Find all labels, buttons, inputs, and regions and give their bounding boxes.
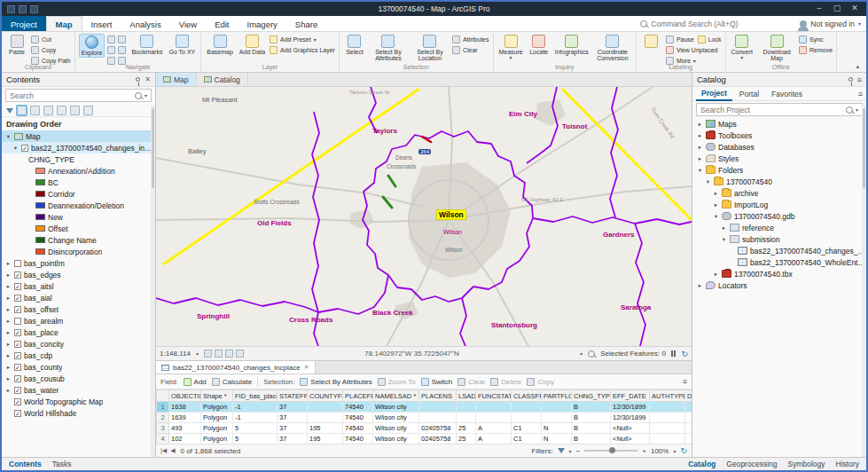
ribbon-tab-edit[interactable]: Edit	[206, 16, 238, 31]
layer-checkbox[interactable]: ✓	[21, 145, 28, 152]
expand-arrow-icon[interactable]: ▾	[697, 167, 703, 174]
table-cell[interactable]	[650, 423, 685, 434]
dock-tab-history[interactable]: History	[836, 460, 859, 468]
table-cell[interactable]: 195	[308, 434, 343, 444]
ribbon-tab-imagery[interactable]: Imagery	[239, 16, 286, 31]
expand-arrow-icon[interactable]: ▾	[721, 236, 727, 243]
add-graphics-layer-button[interactable]: Add Graphics Layer	[270, 45, 335, 54]
expand-arrow-icon[interactable]: ▸	[697, 121, 703, 128]
table-cell[interactable]: 02405758	[419, 434, 457, 444]
layer-checkbox[interactable]: ✓	[14, 295, 21, 302]
contents-search-input[interactable]	[10, 91, 132, 100]
dock-tab-catalog[interactable]: Catalog	[688, 460, 716, 468]
table-cell[interactable]: B	[572, 423, 611, 434]
catalog-tab-portal[interactable]: Portal	[734, 88, 764, 100]
layer-row[interactable]: ✓World Hillshade	[2, 407, 155, 419]
coordinate-conversion-button[interactable]: Coordinate Conversion	[593, 34, 632, 63]
expand-arrow-icon[interactable]: ▸	[5, 352, 12, 359]
column-header[interactable]: COUNTYFP *	[308, 390, 343, 402]
catalog-item[interactable]: bas22_13700074540_changes_incplace	[692, 245, 866, 256]
table-cell[interactable]: 37	[278, 434, 308, 444]
row-selector[interactable]: 4	[157, 434, 169, 444]
table-cell[interactable]: 37	[278, 413, 308, 423]
table-cell[interactable]: 37	[278, 423, 308, 434]
layer-map[interactable]: ▾ Map	[2, 130, 155, 142]
view-unplaced-button[interactable]: View Unplaced	[666, 45, 722, 54]
table-row[interactable]: 11638Polygon-13774540Wilson cityB12/30/1…	[157, 402, 692, 413]
download-map-button[interactable]: Download Map	[757, 34, 796, 63]
catalog-item[interactable]: ▸Styles	[692, 153, 866, 164]
zoom-slider[interactable]	[584, 450, 637, 452]
filter-icon[interactable]	[558, 448, 565, 453]
list-by-labeling-icon[interactable]	[83, 106, 93, 115]
table-row[interactable]: 21639Polygon-13774540Wilson cityB12/30/1…	[157, 413, 692, 423]
expand-arrow-icon[interactable]: ▸	[5, 260, 12, 267]
first-record-icon[interactable]: |◀	[160, 447, 167, 454]
redo-icon[interactable]	[30, 5, 38, 13]
list-by-drawing-order-icon[interactable]	[17, 106, 27, 115]
row-selector-header[interactable]	[157, 390, 169, 402]
dock-tab-symbology[interactable]: Symbology	[787, 460, 825, 468]
layer-row[interactable]: ▸✓bas_edges	[2, 269, 155, 280]
fixed-zoom-in-icon[interactable]	[118, 35, 126, 43]
layer-row[interactable]: ▸✓bas_place	[2, 326, 155, 338]
legend-item[interactable]: Deannexation/Deletion	[2, 200, 155, 211]
catalog-item[interactable]: ▸ImportLog	[692, 199, 866, 210]
table-cell[interactable]: <Null>	[611, 434, 650, 444]
chevron-down-icon[interactable]: ▾	[580, 350, 583, 357]
expand-arrow-icon[interactable]: ▸	[697, 155, 703, 162]
command-search-input[interactable]	[651, 20, 775, 28]
table-cell[interactable]: 12/30/1899	[611, 413, 650, 423]
dock-tab-contents[interactable]: Contents	[9, 460, 42, 468]
layer-row[interactable]: ▸✓bas_cousub	[2, 373, 155, 384]
layer-row[interactable]: ▸✓bas_aial	[2, 292, 155, 303]
table-cell[interactable]	[457, 402, 476, 413]
catalog-search-input[interactable]	[700, 106, 843, 114]
table-cell[interactable]: B	[572, 402, 611, 413]
table-cell[interactable]: 1639	[169, 413, 201, 423]
row-selector[interactable]: 3	[157, 423, 169, 434]
clear-selection-button[interactable]: Clear	[457, 378, 485, 386]
basemap-button[interactable]: Basemap	[205, 34, 235, 56]
select-button[interactable]: Select	[343, 34, 366, 56]
table-cell[interactable]: 493	[169, 423, 201, 434]
add-data-button[interactable]: Add Data	[238, 34, 267, 56]
table-cell[interactable]: C1	[512, 423, 542, 434]
column-header[interactable]: FUNCSTAT	[476, 390, 512, 402]
calculate-field-button[interactable]: Calculate	[212, 378, 252, 386]
legend-item[interactable]: Corridor	[2, 188, 155, 200]
column-header[interactable]: PLACENS	[419, 390, 457, 402]
catalog-item[interactable]: ▸Locators	[692, 279, 866, 291]
column-header[interactable]: LSAD	[457, 390, 476, 402]
column-header[interactable]: PLACEFP *	[343, 390, 373, 402]
expand-arrow-icon[interactable]: ▸	[713, 201, 719, 208]
legend-item[interactable]: Disincorporation	[2, 246, 155, 257]
refresh-icon[interactable]: ↻	[680, 446, 687, 455]
table-cell[interactable]	[457, 413, 476, 423]
feedback-icon[interactable]	[236, 350, 244, 358]
catalog-item[interactable]: bas22_13700074540_WholeEntity_incplace	[692, 256, 866, 268]
table-cell[interactable]: Wilson city	[373, 423, 419, 434]
map-coordinates[interactable]: 78.1402972°W 35.7225047°N	[249, 350, 575, 358]
table-cell[interactable]	[542, 402, 572, 413]
zoom-percent[interactable]: 100%	[651, 447, 669, 455]
layer-row[interactable]: ▸bas_arealm	[2, 315, 155, 326]
cut-button[interactable]: Cut	[31, 35, 71, 43]
layer-checkbox[interactable]: ✓	[14, 410, 21, 417]
table-cell[interactable]	[476, 413, 512, 423]
table-cell[interactable]: 12/30/1899	[611, 402, 650, 413]
table-cell[interactable]: Polygon	[201, 423, 233, 434]
table-cell[interactable]: 5	[233, 434, 278, 444]
ribbon-tab-analysis[interactable]: Analysis	[121, 16, 169, 31]
catalog-item[interactable]: ▸archive	[692, 187, 866, 199]
row-selector[interactable]: 2	[157, 413, 169, 423]
catalog-item[interactable]: ▾Folders	[692, 164, 866, 176]
table-cell[interactable]	[308, 413, 343, 423]
close-button[interactable]: ✕	[847, 3, 863, 15]
table-cell[interactable]: -1	[233, 413, 278, 423]
layer-checkbox[interactable]: ✓	[14, 341, 21, 348]
table-row[interactable]: 4102Polygon53719574540Wilson city0240575…	[157, 434, 692, 444]
table-cell[interactable]: Polygon	[201, 413, 233, 423]
expand-arrow-icon[interactable]: ▸	[697, 132, 703, 139]
table-cell[interactable]: 195	[308, 423, 343, 434]
